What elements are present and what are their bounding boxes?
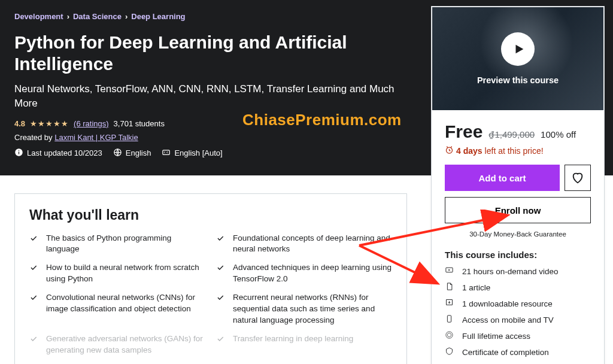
- purchase-sidebar: Preview this course Free ₫1,499,000 100%…: [431, 6, 605, 364]
- info-icon: [14, 148, 23, 159]
- wishlist-button[interactable]: [565, 165, 591, 191]
- preview-video[interactable]: Preview this course: [432, 7, 604, 111]
- course-includes: This course includes: 21 hours on-demand…: [432, 250, 604, 364]
- check-icon: [216, 263, 224, 272]
- includes-item: Access on mobile and TV: [445, 314, 591, 325]
- course-subtitle: Neural Networks, TensorFlow, ANN, CNN, R…: [14, 82, 397, 111]
- check-icon: [216, 335, 224, 343]
- enroll-button[interactable]: Enroll now: [445, 197, 591, 223]
- includes-item: Certificate of completion: [445, 347, 591, 357]
- check-icon: [29, 263, 38, 272]
- mobile-icon: [445, 314, 454, 325]
- svg-rect-7: [447, 316, 451, 322]
- play-icon: [512, 43, 526, 56]
- globe-icon: [113, 148, 122, 159]
- learn-item: Convolutional neural networks (CNNs) for…: [29, 292, 205, 326]
- price-discount: 100% off: [541, 129, 576, 139]
- check-icon: [29, 234, 38, 242]
- watermark-text: ChiasePremium.com: [242, 111, 402, 129]
- ratings-link[interactable]: (6 ratings): [74, 119, 109, 128]
- play-button[interactable]: [501, 32, 535, 66]
- check-icon: [216, 234, 224, 242]
- price-box: Free ₫1,499,000 100% off 4 days left at …: [432, 111, 604, 238]
- chevron-right-icon: ›: [67, 12, 69, 21]
- includes-item: 21 hours on-demand video: [445, 266, 591, 277]
- learn-item: How to build a neural network from scrat…: [29, 262, 205, 285]
- download-icon: [445, 298, 454, 309]
- learn-item: Recurrent neural networks (RNNs) for seq…: [216, 292, 392, 326]
- learn-heading: What you'll learn: [29, 207, 392, 223]
- learn-item: Transfer learning in deep learning: [216, 333, 392, 356]
- guarantee-text: 30-Day Money-Back Guarantee: [445, 230, 591, 238]
- alarm-icon: [445, 145, 454, 156]
- breadcrumb-link[interactable]: Data Science: [73, 12, 122, 21]
- trophy-icon: [445, 347, 454, 357]
- captions: English [Auto]: [162, 148, 222, 159]
- course-title: Python for Deep Learning and Artificial …: [14, 32, 374, 75]
- check-icon: [29, 293, 38, 302]
- svg-rect-1: [19, 151, 19, 154]
- includes-item: 1 downloadable resource: [445, 298, 591, 309]
- breadcrumb-link[interactable]: Deep Learning: [131, 12, 185, 21]
- includes-heading: This course includes:: [445, 250, 591, 260]
- learn-item: The basics of Python programming languag…: [29, 233, 205, 256]
- last-updated: Last updated 10/2023: [14, 148, 102, 159]
- infinity-icon: [445, 330, 454, 341]
- price-timer: 4 days left at this price!: [445, 145, 591, 156]
- students-count: 3,701 students: [114, 119, 165, 128]
- learn-item: Advanced techniques in deep learning usi…: [216, 262, 392, 285]
- add-to-cart-button[interactable]: Add to cart: [445, 165, 560, 191]
- article-icon: [445, 282, 454, 293]
- heart-icon: [571, 171, 584, 184]
- includes-item: Full lifetime access: [445, 330, 591, 341]
- learn-item: Generative adversarial networks (GANs) f…: [29, 333, 205, 356]
- check-icon: [29, 335, 38, 343]
- check-icon: [216, 293, 224, 302]
- breadcrumb-link[interactable]: Development: [14, 12, 63, 21]
- created-by-label: Created by: [14, 133, 54, 142]
- video-icon: [445, 266, 454, 277]
- svg-rect-2: [19, 150, 19, 150]
- chevron-right-icon: ›: [125, 12, 128, 21]
- price-original: ₫1,499,000: [488, 129, 535, 140]
- language: English: [113, 148, 151, 159]
- price-current: Free: [445, 122, 482, 142]
- learn-item: Foundational concepts of deep learning a…: [216, 233, 392, 256]
- author-link[interactable]: Laxmi Kant | KGP Talkie: [54, 133, 138, 142]
- stars-icon: ★★★★★: [30, 119, 69, 128]
- rating-value: 4.8: [14, 119, 25, 128]
- what-youll-learn-box: What you'll learn The basics of Python p…: [14, 193, 407, 364]
- preview-label: Preview this course: [477, 75, 559, 85]
- includes-item: 1 article: [445, 282, 591, 293]
- cc-icon: [162, 148, 171, 159]
- svg-rect-4: [163, 150, 169, 154]
